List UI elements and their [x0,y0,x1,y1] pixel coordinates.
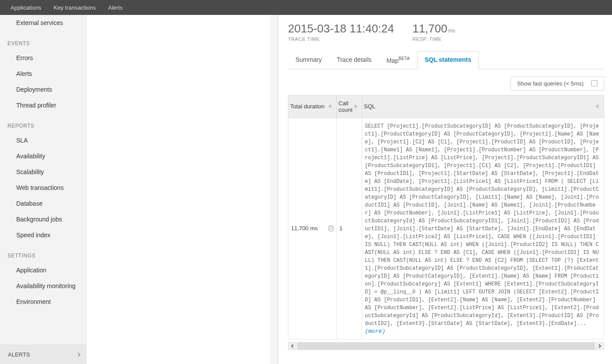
more-link[interactable]: (more) [365,328,385,335]
sidebar: External services EVENTS Errors Alerts D… [0,15,86,364]
sidebar-item-speed-index[interactable]: Speed index [0,227,86,243]
show-fast-queries-toggle[interactable]: Show fast queries (< 5ms) [511,76,604,91]
sidebar-item-database[interactable]: Database [0,196,86,211]
sort-icon [596,104,599,108]
sql-table: Total duration Call count SQL 11,700 ms [288,95,604,339]
sidebar-item-web-transactions[interactable]: Web transactions [0,180,86,196]
horizontal-scrollbar[interactable] [288,342,604,350]
trace-time-metric: 2015-03-18 11:40:24 TRACE TIME [288,22,394,42]
trace-time-label: TRACE TIME [288,36,394,42]
col-sql[interactable]: SQL [362,96,604,118]
chevron-left-icon [291,344,295,347]
sidebar-alerts-footer[interactable]: ALERTS [0,345,86,364]
sort-icon [328,104,332,108]
table-row[interactable]: 11,700 ms 1 SELECT [Project1].[ProductSu… [288,118,604,339]
sidebar-group-settings: SETTINGS [0,243,86,262]
resp-time-unit: ms [448,28,455,34]
tab-sql-statements[interactable]: SQL statements [417,51,479,69]
sidebar-item-thread-profiler[interactable]: Thread profiler [0,97,86,113]
tab-map-badge: BETA [399,56,410,61]
top-nav: Applications Key transactions Alerts [0,0,612,15]
row-duration: 11,700 ms [291,225,318,231]
tab-map[interactable]: MapBETA [379,51,418,69]
scroll-thumb[interactable] [297,343,595,350]
detail-panel: 2015-03-18 11:40:24 TRACE TIME 11,700ms … [278,15,612,364]
tab-map-label: Map [387,57,399,64]
scroll-left-button[interactable] [288,343,297,350]
sidebar-item-sla[interactable]: SLA [0,132,86,148]
topnav-applications[interactable]: Applications [4,4,47,11]
col-call-count[interactable]: Call count [337,96,362,118]
scroll-right-button[interactable] [595,343,604,350]
col-sql-label: SQL [364,103,375,110]
database-icon [328,225,334,232]
chevron-right-icon [598,344,601,347]
row-call-count: 1 [339,225,342,232]
detail-tabs: Summary Trace details MapBETA SQL statem… [288,51,604,69]
middle-panel [86,15,278,364]
resp-time-value: 11,700 [412,22,447,35]
sidebar-item-availability[interactable]: Availability [0,148,86,164]
sort-icon [354,104,357,108]
sidebar-group-reports: REPORTS [0,113,86,132]
tab-trace-details[interactable]: Trace details [329,51,379,69]
col-count-label: Call count [338,100,353,113]
fast-queries-checkbox[interactable] [591,80,598,86]
sidebar-item-scalability[interactable]: Scalability [0,164,86,180]
row-sql-text: SELECT [Project1].[ProductSubcategoryID]… [365,123,599,327]
tab-summary[interactable]: Summary [288,51,329,69]
sidebar-item-external-services[interactable]: External services [0,15,86,31]
sidebar-item-application[interactable]: Application [0,262,86,278]
sidebar-item-alerts[interactable]: Alerts [0,66,86,82]
sidebar-item-errors[interactable]: Errors [0,50,86,66]
svg-point-0 [329,225,333,227]
table-header: Total duration Call count SQL [288,95,604,118]
sidebar-group-events: EVENTS [0,31,86,50]
topnav-key-transactions[interactable]: Key transactions [47,4,102,11]
fast-queries-label: Show fast queries (< 5ms) [517,80,583,87]
sidebar-item-environment[interactable]: Environment [0,294,86,310]
col-total-duration[interactable]: Total duration [288,96,337,118]
sidebar-item-availability-monitoring[interactable]: Availability monitoring [0,278,86,294]
topnav-alerts[interactable]: Alerts [102,4,129,11]
col-duration-label: Total duration [290,103,324,110]
chevron-right-icon [76,353,81,357]
sidebar-alerts-label: ALERTS [8,351,30,358]
trace-time-value: 2015-03-18 11:40:24 [288,22,394,36]
sidebar-item-background-jobs[interactable]: Background jobs [0,211,86,227]
sidebar-item-deployments[interactable]: Deployments [0,82,86,97]
resp-time-label: RESP. TIME [412,36,455,42]
resp-time-metric: 11,700ms RESP. TIME [412,22,455,42]
